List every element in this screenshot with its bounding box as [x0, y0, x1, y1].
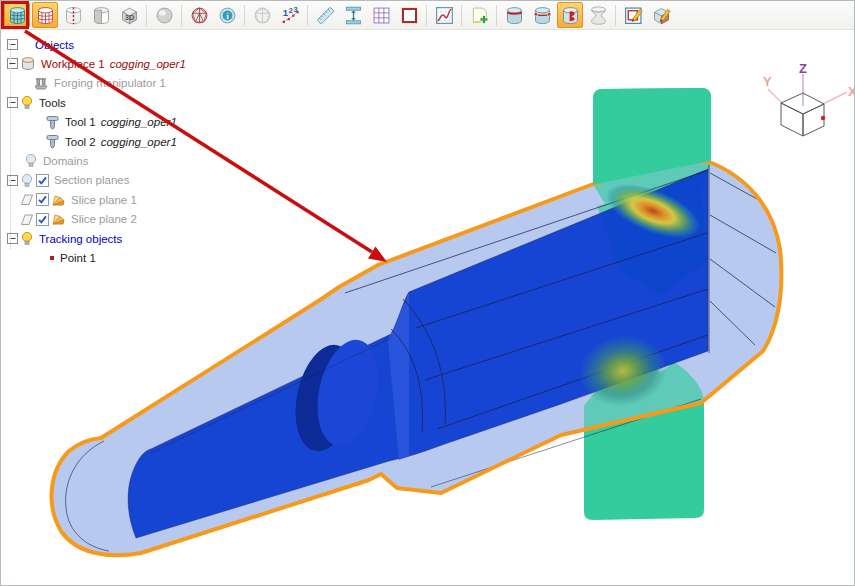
tree-item-label: Objects [35, 39, 74, 51]
tree-item-slice-plane-1[interactable]: Slice plane 1 [20, 190, 137, 209]
bounding-frame-icon [399, 5, 420, 26]
values-along-line-icon: 123 [280, 5, 301, 26]
workpiece-icon [20, 56, 36, 71]
add-section-button[interactable] [466, 2, 492, 28]
tree-item-label: Tool 1 [65, 116, 96, 128]
bulb-off-icon [24, 153, 38, 168]
spacer-icon [20, 40, 30, 50]
grid-view-button[interactable] [368, 2, 394, 28]
manipulator-icon [33, 76, 49, 90]
tree-item-label: Workpiece 1 [41, 58, 105, 70]
axis-x-label: X [848, 84, 854, 99]
application-window: 3Di123 [0, 0, 855, 586]
axis-y-label: Y [763, 74, 772, 89]
expander-minus-icon[interactable] [7, 97, 18, 108]
tree-item-suffix: cogging_oper1 [101, 136, 177, 148]
tree-item-tool-2[interactable]: Tool 2cogging_oper1 [45, 132, 177, 151]
tree-item-label: Tool 2 [65, 136, 96, 148]
tool-icon [45, 134, 60, 149]
section-cylinder-top-button[interactable] [501, 2, 527, 28]
toolbar-separator [615, 5, 616, 26]
slice-icon [51, 193, 66, 207]
expander-minus-icon[interactable] [7, 39, 18, 50]
axis-triad: Z Y X [763, 61, 854, 136]
plane-icon [20, 213, 34, 226]
add-section-icon [469, 5, 490, 26]
toolbar-separator [307, 5, 308, 26]
mesh-sphere-view-button[interactable] [186, 2, 212, 28]
view-3d-icon: 3D [119, 5, 140, 26]
toolbar-separator [146, 5, 147, 26]
reddot-icon [49, 255, 55, 261]
checkbox-checked[interactable] [36, 174, 49, 187]
checkbox-checked[interactable] [36, 213, 49, 226]
expander-minus-icon[interactable] [7, 58, 18, 69]
slice-planes-view-button[interactable] [557, 2, 583, 28]
svg-text:1: 1 [282, 6, 288, 17]
tree-item-label: Point 1 [60, 252, 96, 264]
tree-item-tools[interactable]: Tools [7, 93, 66, 112]
values-along-line-button[interactable]: 123 [277, 2, 303, 28]
tree-connector-line [10, 44, 11, 249]
grid-view-icon [371, 5, 392, 26]
expander-minus-icon[interactable] [7, 175, 18, 186]
edit-3d-section-button[interactable] [648, 2, 674, 28]
tree-item-section-planes[interactable]: Section planes [7, 171, 129, 190]
smooth-sphere-view-icon [154, 5, 175, 26]
ruler-measure-button[interactable] [312, 2, 338, 28]
toolbar-separator [244, 5, 245, 26]
tool-icon [45, 115, 60, 130]
tree-item-suffix: cogging_oper1 [110, 58, 186, 70]
slice-planes-view-icon [560, 5, 581, 26]
tree-item-tool-1[interactable]: Tool 1cogging_oper1 [45, 113, 177, 132]
svg-text:2: 2 [288, 5, 292, 14]
half-section-view-button[interactable] [88, 2, 114, 28]
graph-plot-button[interactable] [431, 2, 457, 28]
pinched-cylinder-icon [588, 5, 609, 26]
dashed-axis-view-button[interactable] [60, 2, 86, 28]
tree-item-tracking-objects[interactable]: Tracking objects [7, 229, 122, 248]
toolbar-separator [461, 5, 462, 26]
axis-origin-dot [821, 116, 825, 120]
wireframe-view-button[interactable] [32, 2, 58, 28]
checkbox-checked[interactable] [36, 193, 49, 206]
bulb-on-icon [20, 95, 34, 110]
toolbar-separator [496, 5, 497, 26]
mesh-cylinder-view-icon [7, 5, 28, 26]
graph-plot-icon [434, 5, 455, 26]
toolbar-separator [181, 5, 182, 26]
bulb-on-icon [20, 231, 34, 246]
mesh-sphere-view-icon [189, 5, 210, 26]
tree-item-domains[interactable]: Domains [24, 151, 88, 170]
edit-2d-section-icon [623, 5, 644, 26]
toolbar: 3Di123 [1, 1, 854, 30]
mesh-sphere-disabled-button[interactable] [249, 2, 275, 28]
plane-icon [20, 193, 34, 206]
tree-item-label: Section planes [54, 174, 129, 186]
view-3d-button[interactable]: 3D [116, 2, 142, 28]
tree-item-slice-plane-2[interactable]: Slice plane 2 [20, 210, 137, 229]
smooth-sphere-view-button[interactable] [151, 2, 177, 28]
svg-text:3: 3 [293, 5, 297, 14]
tree-item-label: Forging manipulator 1 [54, 77, 166, 89]
tree-item-workpiece-1[interactable]: Workpiece 1cogging_oper1 [7, 54, 186, 73]
section-cylinder-handles-icon [532, 5, 553, 26]
mesh-sphere-disabled-icon [252, 5, 273, 26]
toolbar-separator [426, 5, 427, 26]
tree-item-label: Slice plane 1 [71, 194, 137, 206]
tree-item-forging-manipulator-1[interactable]: Forging manipulator 1 [33, 74, 166, 93]
tree-item-suffix: cogging_oper1 [101, 116, 177, 128]
vertical-dimension-button[interactable] [340, 2, 366, 28]
tree-item-objects[interactable]: Objects [7, 35, 74, 54]
tree-item-label: Slice plane 2 [71, 213, 137, 225]
pinched-cylinder-button[interactable] [585, 2, 611, 28]
section-cylinder-handles-button[interactable] [529, 2, 555, 28]
dashed-axis-view-icon [63, 5, 84, 26]
edit-2d-section-button[interactable] [620, 2, 646, 28]
tree-item-point-1[interactable]: Point 1 [49, 248, 96, 267]
section-cylinder-top-icon [504, 5, 525, 26]
bounding-frame-button[interactable] [396, 2, 422, 28]
mesh-cylinder-view-button[interactable] [4, 2, 30, 28]
expander-minus-icon[interactable] [7, 233, 18, 244]
info-sphere-button[interactable]: i [214, 2, 240, 28]
